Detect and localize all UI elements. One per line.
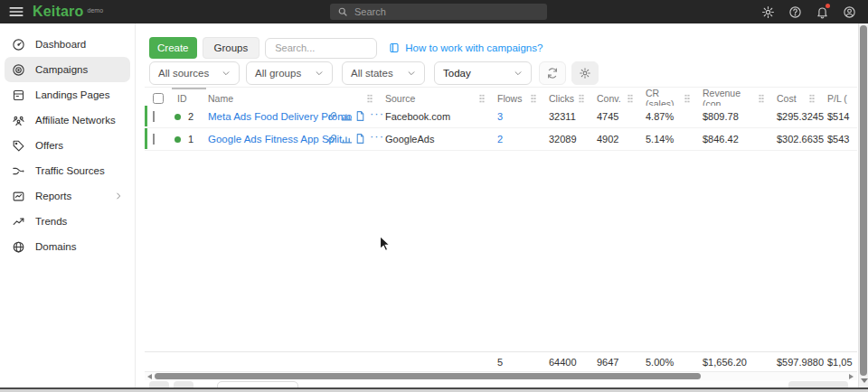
horizontal-scrollbar-thumb[interactable] xyxy=(155,373,701,379)
campaign-report-icon[interactable] xyxy=(354,110,366,122)
totals-row: 5 64400 9647 5.00% $1,656.20 $597.9880 $… xyxy=(145,351,857,371)
column-drag-handle-icon[interactable] xyxy=(759,94,764,103)
row-menu-icon[interactable]: ··· xyxy=(370,107,382,118)
table-settings-button[interactable] xyxy=(571,61,599,85)
date-range-select[interactable]: Today xyxy=(434,61,532,85)
offers-tag-icon xyxy=(12,139,25,153)
groups-button[interactable]: Groups xyxy=(203,37,260,59)
row-accent-bar xyxy=(145,128,147,149)
traffic-sources-split-icon xyxy=(12,164,25,178)
sidebar-item-offers[interactable]: Offers xyxy=(5,133,130,158)
vertical-scrollbar-thumb[interactable] xyxy=(860,25,867,376)
campaign-link-icon[interactable] xyxy=(326,110,338,122)
column-header-cost[interactable]: Cost xyxy=(775,88,826,107)
global-search-input[interactable]: Search xyxy=(330,4,547,20)
help-icon[interactable] xyxy=(788,5,802,19)
groups-filter-select[interactable]: All groups xyxy=(246,61,333,85)
column-header-source[interactable]: Source xyxy=(383,88,495,107)
affiliate-networks-people-icon xyxy=(12,114,25,127)
campaign-report-icon[interactable] xyxy=(354,133,366,145)
column-header-conv[interactable]: Conv. xyxy=(595,88,644,107)
campaigns-target-icon xyxy=(12,63,25,77)
sidebar-item-reports[interactable]: Reports xyxy=(5,183,130,209)
scroll-left-arrow-icon[interactable] xyxy=(147,374,152,379)
totals-flows: 5 xyxy=(495,357,547,368)
sidebar-item-label: Dashboard xyxy=(35,39,86,50)
sidebar-item-campaigns[interactable]: Campaigns xyxy=(5,57,130,82)
table-row[interactable]: 2 Meta Ads Food Delivery Promo ··· Faceb… xyxy=(145,106,857,128)
landings-page-icon xyxy=(12,89,25,102)
column-header-id[interactable]: ID xyxy=(172,88,206,107)
domains-globe-icon xyxy=(12,240,25,254)
scroll-right-arrow-icon[interactable] xyxy=(849,374,854,379)
sidebar: Dashboard Campaigns Landings Pages Affil… xyxy=(0,23,136,392)
column-drag-handle-icon[interactable] xyxy=(367,94,373,103)
column-drag-handle-icon[interactable] xyxy=(684,94,690,103)
sidebar-item-trends[interactable]: Trends xyxy=(5,209,130,234)
flows-link[interactable]: 2 xyxy=(497,134,503,145)
campaign-id: 1 xyxy=(188,134,193,145)
clicks-cell: 32311 xyxy=(547,111,595,122)
source-cell: GoogleAds xyxy=(383,134,495,145)
sidebar-item-domains[interactable]: Domains xyxy=(5,234,130,259)
sidebar-item-dashboard[interactable]: Dashboard xyxy=(5,32,130,57)
menu-icon[interactable] xyxy=(8,5,24,19)
notifications-bell-icon[interactable] xyxy=(816,5,829,19)
chevron-down-icon xyxy=(514,69,523,78)
row-checkbox[interactable] xyxy=(153,111,155,122)
filter-row: All sources All groups All states Today xyxy=(149,61,599,85)
campaign-stats-icon[interactable] xyxy=(341,110,353,122)
status-active-dot xyxy=(175,114,181,120)
campaign-id: 2 xyxy=(188,111,193,122)
groups-filter-value: All groups xyxy=(255,68,301,79)
column-drag-handle-icon[interactable] xyxy=(579,94,584,103)
chevron-right-icon xyxy=(114,191,123,201)
help-campaigns-link[interactable]: How to work with campaigns? xyxy=(389,42,542,53)
column-header-name[interactable]: Name xyxy=(206,88,383,107)
chevron-down-icon xyxy=(315,69,324,78)
sidebar-item-landings-pages[interactable]: Landings Pages xyxy=(5,82,130,107)
gear-icon xyxy=(579,67,591,79)
brand-logo[interactable]: Keitaro demo xyxy=(33,4,103,20)
settings-gear-icon[interactable] xyxy=(761,5,775,19)
user-profile-icon[interactable] xyxy=(843,5,856,19)
brand-name: Keitaro xyxy=(33,4,84,20)
refresh-button[interactable] xyxy=(539,61,566,85)
column-drag-handle-icon[interactable] xyxy=(479,94,485,103)
horizontal-scrollbar[interactable] xyxy=(145,371,857,380)
search-icon xyxy=(337,6,348,17)
table-row[interactable]: 1 Google Ads Fitness App Split ··· Googl… xyxy=(145,128,857,151)
totals-revenue: $1,656.20 xyxy=(701,357,775,368)
sidebar-item-label: Reports xyxy=(35,191,71,201)
column-drag-handle-icon[interactable] xyxy=(531,94,536,103)
column-header-revenue[interactable]: Revenue (con… xyxy=(701,88,775,107)
column-drag-handle-icon[interactable] xyxy=(809,94,815,103)
create-button[interactable]: Create xyxy=(149,37,197,59)
sidebar-item-affiliate-networks[interactable]: Affiliate Networks xyxy=(5,107,130,133)
totals-clicks: 64400 xyxy=(547,357,595,368)
campaign-name-link[interactable]: Google Ads Fitness App Split xyxy=(208,134,342,145)
sidebar-item-label: Trends xyxy=(35,216,67,227)
row-menu-icon[interactable]: ··· xyxy=(370,129,382,141)
sidebar-item-traffic-sources[interactable]: Traffic Sources xyxy=(5,158,130,183)
campaign-link-icon[interactable] xyxy=(326,133,338,145)
row-checkbox[interactable] xyxy=(153,134,155,145)
campaign-search-input[interactable] xyxy=(265,38,377,59)
column-header-clicks[interactable]: Clicks xyxy=(547,88,595,107)
states-filter-value: All states xyxy=(351,68,393,79)
column-drag-handle-icon[interactable] xyxy=(627,94,633,103)
column-header-flows[interactable]: Flows xyxy=(495,88,547,107)
vertical-scrollbar[interactable] xyxy=(858,23,868,387)
scroll-down-arrow-icon[interactable] xyxy=(861,378,868,383)
column-header-pl[interactable]: P/L ( xyxy=(826,88,857,107)
revenue-cell: $809.78 xyxy=(701,111,775,122)
totals-cost: $597.9880 xyxy=(775,357,826,368)
flows-link[interactable]: 3 xyxy=(497,111,503,122)
sidebar-item-label: Campaigns xyxy=(35,64,88,75)
select-all-checkbox[interactable] xyxy=(153,93,164,104)
campaign-stats-icon[interactable] xyxy=(341,133,353,145)
states-filter-select[interactable]: All states xyxy=(342,61,425,85)
column-header-cr[interactable]: CR (sales) xyxy=(644,88,701,107)
sources-filter-select[interactable]: All sources xyxy=(149,61,240,85)
sidebar-item-label: Affiliate Networks xyxy=(35,115,116,126)
